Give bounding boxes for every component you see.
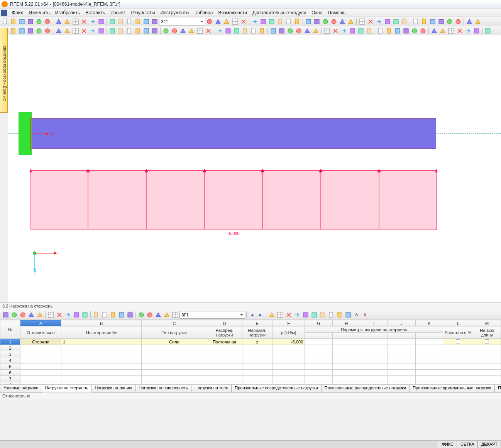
row-hdr-1[interactable]: 1 [0,339,20,345]
row-hdr-4[interactable]: 4 [0,357,20,363]
tb1-btn-21[interactable] [223,18,230,25]
tbt-btn-14[interactable] [126,311,134,319]
hdr-F[interactable]: p [kН/м] [272,326,305,339]
tb2-btn-6[interactable] [55,27,63,35]
cell-1-F[interactable]: -5.000 [272,339,305,345]
tb2-btn-42[interactable] [377,27,384,35]
cell-7-F[interactable] [272,376,305,382]
tb2-btn-23[interactable] [205,27,212,35]
cell-6-B[interactable] [61,370,142,376]
tb2-btn-18[interactable] [162,27,170,35]
cell-3-G[interactable] [305,351,333,357]
tb1-btn-45[interactable] [437,18,445,25]
menu-3[interactable]: Вставить [83,9,108,16]
tb1-btn-37[interactable] [367,18,374,25]
tb1-btn-23[interactable] [240,18,247,25]
hdr-C[interactable]: Тип нагрузки [142,326,207,339]
tb2-btn-20[interactable] [179,27,187,35]
tb1-btn-6[interactable] [55,18,63,25]
cell-6-A[interactable] [20,370,61,376]
tb2-btn-10[interactable] [89,27,96,35]
tbt-btn-10[interactable] [92,311,100,319]
cell-2-K[interactable] [415,345,443,351]
tb1-btn-49[interactable] [474,18,482,25]
bottom-tab-2[interactable]: Нагрузки на линию [91,385,135,392]
tb2-btn-41[interactable] [366,27,373,35]
cell-3-J[interactable] [388,351,416,357]
tb2-btn-54[interactable] [484,27,492,35]
tb1-btn-1[interactable] [10,18,17,25]
tbt-btn-12[interactable] [109,311,117,319]
tb1-btn-5[interactable] [44,18,51,25]
cell-6-G[interactable] [305,370,333,376]
tb1-btn-48[interactable] [465,18,473,25]
menu-5[interactable]: Результаты [128,9,157,16]
cell-2-D[interactable] [207,345,242,351]
cell-3-L[interactable] [443,351,473,357]
cell-6-F[interactable] [272,370,305,376]
cell-7-K[interactable] [415,376,443,382]
cell-7-B[interactable] [61,376,142,382]
tb1-btn-39[interactable] [384,18,391,25]
cell-1-G[interactable] [305,339,333,345]
tb2-btn-47[interactable] [419,27,427,35]
tbt-btn-13[interactable] [118,311,125,319]
loads-table[interactable]: №ABCDEFGHIJKLM ОтносительноНа стержнях №… [0,320,501,384]
tb2-btn-45[interactable] [402,27,410,35]
cell-3-E[interactable] [242,351,272,357]
hdr-L[interactable]: Расстоян в % [443,326,473,339]
col-letter-D[interactable]: D [207,320,242,326]
window-system-icon[interactable] [1,10,7,16]
tb2-btn-9[interactable] [80,27,88,35]
tb2-btn-27[interactable] [241,27,249,35]
tb2-btn-37[interactable] [332,27,339,35]
model-viewport[interactable]: X 5.000 X Z [8,35,501,303]
cell-2-G[interactable] [305,345,333,351]
cell-4-I[interactable] [360,357,388,363]
tb1-btn-24[interactable] [251,18,259,25]
cell-3-H[interactable] [332,351,360,357]
tbt-btn2-7[interactable] [327,311,335,319]
tb2-btn-48[interactable] [430,27,438,35]
bottom-tab-8[interactable]: Прои [494,385,501,392]
tbt-btn-7[interactable] [64,311,72,319]
tb1-btn-9[interactable] [80,18,88,25]
tb2-btn-28[interactable] [250,27,257,35]
tb1-combo[interactable]: ЗГ1 [159,18,205,25]
bottom-tab-3[interactable]: Нагрузки на поверхность [135,385,191,392]
status-grid[interactable]: СЕТКА [457,441,478,448]
cell-4-F[interactable] [272,357,305,363]
tb2-btn-16[interactable] [142,27,150,35]
tb2-btn-14[interactable] [125,27,133,35]
tb2-btn-36[interactable] [323,27,331,35]
tb1-btn-4[interactable] [35,18,43,25]
tb2-btn-19[interactable] [171,27,178,35]
menu-1[interactable]: Изменить [26,9,52,16]
tbt-btn2-6[interactable] [319,311,327,319]
bottom-tab-1[interactable]: Нагрузки на стержень [42,384,92,392]
datagrid-scroll[interactable]: №ABCDEFGHIJKLM ОтносительноНа стержнях №… [0,320,501,384]
tbt-btn-15[interactable] [137,311,145,319]
cell-2-C[interactable] [142,345,207,351]
tb1-btn-42[interactable] [412,18,420,25]
col-letter-J[interactable]: J [388,320,416,326]
tb1-btn-27[interactable] [276,18,284,25]
tb1-btn-12[interactable] [108,18,116,25]
status-fix[interactable]: ФИКС [438,441,457,448]
cell-4-C[interactable] [142,357,207,363]
tb2-btn-24[interactable] [216,27,223,35]
tb2-btn-49[interactable] [439,27,447,35]
tb1-btn-32[interactable] [322,18,329,25]
cell-1-H[interactable] [332,339,360,345]
tb1-btn-46[interactable] [446,18,454,25]
cell-5-G[interactable] [305,363,333,370]
col-letter-E[interactable]: E [242,320,272,326]
cell-1-M[interactable] [473,339,501,345]
tb2-btn-13[interactable] [117,27,125,35]
col-letter-B[interactable]: B [61,320,142,326]
tb1-btn-43[interactable] [420,18,428,25]
col-letter-I[interactable]: I [360,320,388,326]
tbt-btn2-9[interactable] [344,311,352,319]
tb1-btn-22[interactable] [231,18,239,25]
tb1-btn-41[interactable] [401,18,408,25]
